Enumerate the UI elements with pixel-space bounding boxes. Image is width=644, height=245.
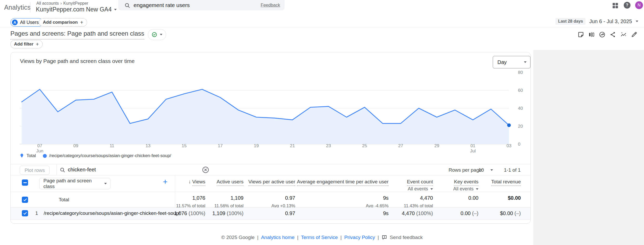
ga4-report-page: Analytics All accounts › KunyitPepper Ku… xyxy=(0,0,644,245)
add-filter-button[interactable]: Add filter + xyxy=(10,40,43,48)
segment-badge: A xyxy=(12,20,18,25)
share-icon[interactable] xyxy=(609,31,616,38)
svg-text:09: 09 xyxy=(73,143,78,148)
property-selector[interactable]: KunyitPepper.com New GA4 xyxy=(36,6,117,13)
totals-checkbox[interactable] xyxy=(22,197,28,203)
column-header-key-events[interactable]: Key events xyxy=(454,179,478,186)
report-actions xyxy=(577,31,638,38)
analytics-home-link[interactable]: Analytics home xyxy=(261,235,294,240)
check-circle-icon xyxy=(152,32,157,37)
svg-text:17: 17 xyxy=(218,143,223,148)
breadcrumb-root[interactable]: All accounts xyxy=(36,1,59,6)
clear-search-icon[interactable] xyxy=(202,166,209,173)
column-header-event-count[interactable]: Event count xyxy=(407,179,433,186)
indeterminate-mark xyxy=(23,182,27,183)
table-search-icon xyxy=(60,167,65,173)
svg-text:20: 20 xyxy=(518,124,523,129)
svg-text:25: 25 xyxy=(362,143,367,148)
plus-icon: + xyxy=(36,41,39,47)
date-range-picker[interactable]: Last 28 days Jun 6 - Jul 3, 2025 xyxy=(555,18,638,25)
report-snapshot-note-icon[interactable] xyxy=(577,31,584,38)
column-header-views-per-active-user[interactable]: Views per active user xyxy=(248,179,295,186)
insights-trend-icon[interactable] xyxy=(599,31,606,38)
table-row[interactable]: 1 /recipe/category/course/soups/asian-gi… xyxy=(11,207,530,220)
apps-grid-icon[interactable] xyxy=(612,2,619,9)
totals-views-per-active-user: 0.97Avg +0.13% xyxy=(271,195,295,209)
add-comparison-button[interactable]: Add comparison + xyxy=(39,18,87,27)
analytics-logo[interactable]: Analytics xyxy=(4,4,31,11)
column-header-avg-engagement-time[interactable]: Average engagement time per active user xyxy=(297,179,389,186)
svg-text:03: 03 xyxy=(507,143,511,148)
feedback-link[interactable]: Feedback xyxy=(261,3,280,8)
legend-total-label: Total xyxy=(27,153,36,158)
insights-sparkle-icon[interactable] xyxy=(620,31,627,38)
row-checkbox[interactable] xyxy=(22,210,28,216)
legend-series-label: /recipe/category/course/soups/asian-ging… xyxy=(49,153,171,158)
avatar[interactable]: N xyxy=(635,1,643,9)
edit-pencil-icon[interactable] xyxy=(631,31,638,38)
feedback-bubble-icon xyxy=(382,235,387,240)
column-header-total-revenue[interactable]: Total revenue xyxy=(491,179,521,186)
key-events-filter[interactable]: All events xyxy=(453,186,478,192)
total-pin-icon xyxy=(19,153,24,158)
caret-down-icon xyxy=(476,188,478,190)
segment-chip-all-users[interactable]: A All Users xyxy=(10,18,43,27)
caret-down-icon xyxy=(104,183,107,184)
pagination-status: 1-1 of 1 xyxy=(504,167,521,173)
caret-down-icon xyxy=(114,9,117,10)
totals-event-count: 4,47011.43% of total xyxy=(404,195,433,209)
totals-views: 1,07611.57% of total xyxy=(176,195,205,209)
privacy-policy-link[interactable]: Privacy Policy xyxy=(344,235,375,240)
rows-per-page-select[interactable]: 10 xyxy=(478,167,484,173)
add-filter-label: Add filter xyxy=(14,42,34,47)
page-title[interactable]: Pages and screens: Page path and screen … xyxy=(10,30,144,40)
page-footer: © 2025 Google | Analytics home | Terms o… xyxy=(0,235,644,240)
row-views: 1,076 (100%) xyxy=(174,210,205,216)
table-toolbar: Plot rows chicken-feet Rows per page: 10… xyxy=(11,164,530,175)
report-status-pill[interactable] xyxy=(148,29,166,40)
svg-text:19: 19 xyxy=(254,143,259,148)
add-column-button[interactable]: + xyxy=(163,177,168,186)
divider xyxy=(30,2,30,12)
svg-text:13: 13 xyxy=(146,143,150,148)
caret-down-icon xyxy=(430,188,433,190)
svg-text:11: 11 xyxy=(110,143,114,148)
property-name[interactable]: KunyitPepper.com New GA4 xyxy=(36,6,111,13)
add-comparison-label: Add comparison xyxy=(43,20,78,25)
select-all-checkbox[interactable] xyxy=(22,179,28,186)
terms-of-service-link[interactable]: Terms of Service xyxy=(301,235,338,240)
svg-text:Jul: Jul xyxy=(470,149,476,153)
row-page-path[interactable]: /recipe/category/course/soups/asian-ging… xyxy=(44,210,180,216)
column-header-active-users[interactable]: Active users xyxy=(217,179,244,186)
row-views-per-active-user: 0.97 xyxy=(285,210,295,216)
row-number: 1 xyxy=(34,210,40,216)
plot-rows-button[interactable]: Plot rows xyxy=(20,166,50,175)
totals-avg-engagement-time: 9sAvg -4.65% xyxy=(366,195,389,209)
svg-text:29: 29 xyxy=(434,143,439,148)
row-event-count: 4,470 (100%) xyxy=(402,210,433,216)
dimension-selector[interactable]: Page path and screen class xyxy=(39,178,110,189)
svg-text:60: 60 xyxy=(518,88,523,93)
send-feedback-link[interactable]: Send feedback xyxy=(390,235,423,240)
totals-label: Total xyxy=(59,197,69,203)
table-search-input[interactable]: chicken-feet xyxy=(68,167,96,173)
caret-down-icon xyxy=(160,34,162,35)
breadcrumb-account[interactable]: KunyitPepper xyxy=(63,1,88,6)
divider xyxy=(0,27,644,27)
row-key-events: 0.00 (–) xyxy=(461,210,478,216)
event-count-filter[interactable]: All events xyxy=(408,186,433,192)
views-chart: 02040608007Jun091113151719212325272901Ju… xyxy=(11,52,530,162)
column-header-views[interactable]: ↓Views xyxy=(188,179,205,186)
chart-legend: Total /recipe/category/course/soups/asia… xyxy=(19,153,171,158)
caret-down-icon[interactable] xyxy=(490,169,493,171)
breadcrumb[interactable]: All accounts › KunyitPepper xyxy=(36,1,88,6)
check-mark xyxy=(23,198,27,202)
totals-active-users: 1,10911.56% of total xyxy=(214,195,244,209)
segment-label: All Users xyxy=(20,20,39,25)
dimension-selector-label: Page path and screen class xyxy=(43,178,104,189)
help-icon[interactable]: ? xyxy=(624,2,630,9)
totals-key-events: 0.00 xyxy=(468,195,478,201)
report-card: Views by Page path and screen class over… xyxy=(10,52,531,224)
search-input[interactable]: engagement rate users xyxy=(134,2,190,8)
comparison-icon[interactable] xyxy=(588,31,595,38)
